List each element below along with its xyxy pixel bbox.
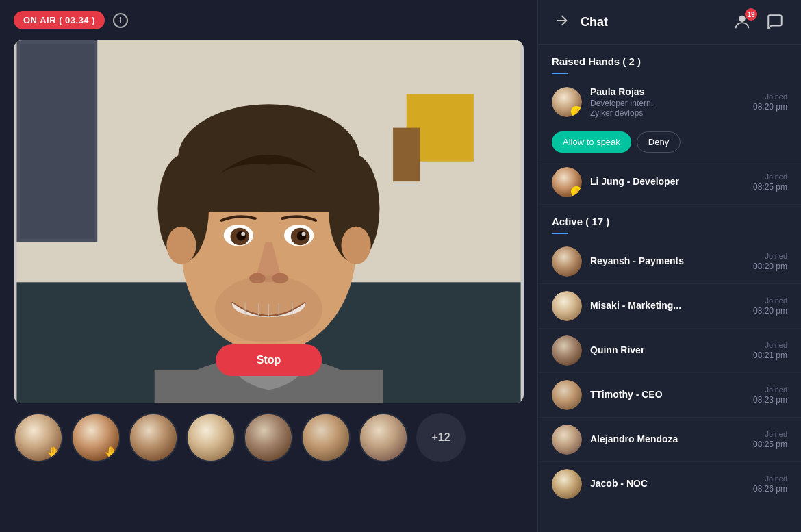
strip-avatar-1[interactable]: 🤚 — [14, 413, 63, 462]
ttimothy-avatar — [552, 380, 582, 410]
strip-avatar-3[interactable] — [129, 413, 178, 462]
deny-button[interactable]: Deny — [637, 131, 681, 153]
lijung-hand-icon: 🤚 — [571, 186, 582, 197]
panel-content: Raised Hands ( 2 ) 🤚 Paula Rojas Develop… — [538, 45, 801, 532]
svg-point-27 — [342, 227, 371, 264]
info-icon[interactable]: i — [113, 13, 128, 28]
active-header: Active ( 17 ) — [538, 205, 801, 230]
raised-hands-header: Raised Hands ( 2 ) — [538, 45, 801, 70]
misaki-info: Misaki - Marketing... — [590, 300, 745, 312]
participants-button[interactable]: 19 — [730, 10, 754, 34]
chat-title: Chat — [581, 15, 722, 29]
paula-top-row: 🤚 Paula Rojas Developer Intern. Zylker d… — [552, 86, 787, 118]
misaki-joined-time: 08:20 pm — [753, 306, 787, 316]
paula-meta: Joined 08:20 pm — [753, 92, 787, 112]
paula-hand-icon: 🤚 — [571, 106, 582, 117]
chat-header: Chat 19 — [538, 0, 801, 45]
active-row-reyansh: Reyansh - Payments Joined 08:20 pm — [538, 240, 801, 284]
misaki-joined-label: Joined — [765, 296, 787, 305]
stop-button[interactable]: Stop — [216, 344, 322, 376]
lijung-info: Li Jung - Developer — [590, 176, 745, 188]
raised-hand-row-lijung: 🤚 Li Jung - Developer Joined 08:25 pm — [538, 160, 801, 205]
paula-joined-time: 08:20 pm — [753, 102, 787, 112]
video-container: Stop — [14, 40, 524, 403]
misaki-name: Misaki - Marketing... — [590, 300, 745, 311]
jacob-info: Jacob - NOC — [590, 478, 745, 490]
reyansh-name: Reyansh - Payments — [590, 255, 745, 266]
quinn-avatar — [552, 335, 582, 366]
quinn-joined-time: 08:21 pm — [753, 351, 787, 360]
reyansh-info: Reyansh - Payments — [590, 255, 745, 268]
quinn-name: Quinn River — [590, 344, 745, 355]
svg-point-21 — [241, 232, 245, 236]
jacob-avatar — [552, 469, 582, 499]
chat-button[interactable] — [763, 10, 787, 34]
raised-hand-row-paula: 🤚 Paula Rojas Developer Intern. Zylker d… — [538, 79, 801, 160]
ttimothy-joined-time: 08:23 pm — [753, 395, 787, 405]
strip-avatar-4[interactable] — [186, 413, 236, 462]
alejandro-info: Alejandro Mendoza — [590, 433, 745, 446]
paula-joined-label: Joined — [765, 92, 787, 101]
lijung-meta: Joined 08:25 pm — [753, 173, 787, 192]
jacob-name: Jacob - NOC — [590, 478, 745, 489]
alejandro-meta: Joined 08:25 pm — [753, 430, 787, 449]
alejandro-name: Alejandro Mendoza — [590, 433, 745, 444]
top-bar: ON AIR ( 03.34 ) i — [0, 0, 537, 40]
lijung-name: Li Jung - Developer — [590, 176, 745, 187]
paula-subtitle1: Developer Intern. — [590, 99, 745, 108]
left-panel: ON AIR ( 03.34 ) i — [0, 0, 537, 532]
reyansh-joined-time: 08:20 pm — [753, 262, 787, 271]
active-divider — [552, 233, 568, 234]
lijung-joined-time: 08:25 pm — [753, 182, 787, 192]
paula-avatar: 🤚 — [552, 87, 582, 117]
strip-avatar-6[interactable] — [301, 413, 351, 462]
strip-avatar-7[interactable] — [359, 413, 408, 462]
svg-rect-4 — [393, 128, 420, 182]
strip-avatar-5[interactable] — [244, 413, 293, 462]
reyansh-joined-label: Joined — [765, 252, 787, 260]
participants-count-badge: 19 — [745, 8, 757, 21]
svg-point-22 — [302, 232, 306, 236]
ttimothy-joined-label: Joined — [765, 385, 787, 394]
alejandro-avatar — [552, 425, 582, 455]
svg-point-25 — [215, 276, 322, 343]
hand-icon-1: 🤚 — [47, 447, 60, 458]
paula-info: Paula Rojas Developer Intern. Zylker dev… — [590, 86, 745, 118]
quinn-info: Quinn River — [590, 344, 745, 357]
active-row-quinn: Quinn River Joined 08:21 pm — [538, 329, 801, 373]
participant-strip: 🤚 🤚 +12 — [0, 403, 537, 472]
ttimothy-meta: Joined 08:23 pm — [753, 385, 787, 405]
raised-hands-divider — [552, 73, 568, 74]
reyansh-meta: Joined 08:20 pm — [753, 252, 787, 271]
ttimothy-name: TTimothy - CEO — [590, 389, 745, 400]
svg-rect-6 — [20, 44, 94, 239]
active-row-misaki: Misaki - Marketing... Joined 08:20 pm — [538, 284, 801, 329]
jacob-joined-time: 08:26 pm — [753, 484, 787, 494]
svg-point-26 — [166, 227, 196, 264]
more-participants-badge[interactable]: +12 — [416, 413, 466, 462]
strip-avatar-2[interactable]: 🤚 — [71, 413, 120, 462]
right-panel: Chat 19 Raised Hands ( 2 ) 🤚 — [537, 0, 801, 532]
allow-to-speak-button[interactable]: Allow to speak — [552, 131, 631, 153]
active-row-ttimothy: TTimothy - CEO Joined 08:23 pm — [538, 373, 801, 418]
paula-name: Paula Rojas — [590, 86, 745, 97]
reyansh-avatar — [552, 246, 582, 277]
alejandro-joined-time: 08:25 pm — [753, 440, 787, 449]
active-row-jacob: Jacob - NOC Joined 08:26 pm — [538, 462, 801, 506]
paula-actions: Allow to speak Deny — [552, 131, 681, 153]
jacob-meta: Joined 08:26 pm — [753, 474, 787, 494]
ttimothy-info: TTimothy - CEO — [590, 389, 745, 401]
on-air-badge: ON AIR ( 03.34 ) — [14, 11, 105, 29]
svg-point-28 — [739, 16, 745, 22]
back-button[interactable] — [552, 10, 572, 34]
hand-icon-2: 🤚 — [104, 447, 118, 458]
lijung-avatar: 🤚 — [552, 167, 582, 197]
jacob-joined-label: Joined — [765, 474, 787, 483]
lijung-joined-label: Joined — [765, 173, 787, 181]
quinn-meta: Joined 08:21 pm — [753, 341, 787, 360]
paula-subtitle2: Zylker devlops — [590, 108, 745, 118]
misaki-meta: Joined 08:20 pm — [753, 296, 787, 316]
active-row-alejandro: Alejandro Mendoza Joined 08:25 pm — [538, 418, 801, 462]
quinn-joined-label: Joined — [765, 341, 787, 349]
misaki-avatar — [552, 291, 582, 321]
